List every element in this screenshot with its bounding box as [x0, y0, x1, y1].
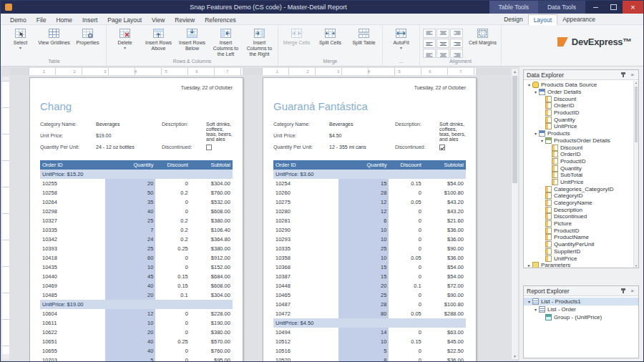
table-row[interactable]: 10335250$90.00	[273, 244, 466, 253]
table-row[interactable]: 10469400.15$608.00	[40, 281, 233, 290]
expand-toggle-icon[interactable]: ▾	[532, 307, 539, 312]
cell-margins-button[interactable]: Cell Margins	[466, 26, 499, 58]
ribbon-tab-references[interactable]: References	[200, 15, 240, 24]
tree-item-categoryname[interactable]: CategoryName	[524, 200, 638, 207]
horizontal-ruler[interactable]: 1234567 1234567	[10, 68, 510, 75]
tree-item-list-products1[interactable]: ▾List - Products1	[524, 298, 638, 305]
table-row[interactable]: 1052080$36.00	[273, 356, 466, 361]
maximize-icon[interactable]	[605, 1, 623, 14]
tree-item-productsorder-details[interactable]: ▾ProductsOrder Details	[524, 137, 638, 145]
tree-item-productid[interactable]: ProductID	[524, 227, 638, 234]
report-explorer-header[interactable]: Report Explorer	[524, 286, 638, 296]
tree-item-quantity[interactable]: Quantity	[524, 165, 638, 172]
delete-button[interactable]: Delete▾	[108, 26, 142, 58]
tree-item-products-data-source[interactable]: ▾Products Data Source	[524, 82, 638, 89]
align-middle-center-button[interactable]	[436, 39, 449, 48]
tree-item-products[interactable]: ▾Products	[524, 130, 638, 137]
table-row[interactable]: 10622200$380.00	[40, 328, 233, 337]
table-row[interactable]: 10393250.25$380.00	[40, 244, 233, 253]
table-row[interactable]: 10465250$90.00	[273, 290, 466, 300]
align-bottom-right-button[interactable]	[450, 49, 463, 58]
close-icon[interactable]	[629, 288, 635, 294]
tree-item-categories-categoryid[interactable]: Categories_CategoryID	[524, 185, 638, 192]
ribbon-tab-home[interactable]: Home	[51, 15, 77, 24]
minimize-icon[interactable]	[587, 1, 605, 14]
table-row[interactable]: 10358100.05$36.00	[273, 253, 466, 263]
tree-item-quantity[interactable]: Quantity	[524, 116, 638, 123]
expand-toggle-icon[interactable]: ▾	[526, 299, 532, 304]
ribbon-tab-demo[interactable]: Demo	[5, 15, 31, 24]
title-bar[interactable]: Snap Features Demo (CS code) - Master-De…	[1, 1, 643, 14]
table-row[interactable]: 10604120$228.00	[40, 309, 233, 318]
tree-item-order-details[interactable]: ▾Order Details	[524, 89, 638, 96]
insert-columns-to-the-right-button[interactable]: Insert Columns to the Right	[243, 26, 276, 58]
expand-toggle-icon[interactable]: ▾	[532, 131, 539, 136]
align-top-left-button[interactable]	[423, 29, 436, 38]
expand-toggle-icon[interactable]: ▾	[532, 89, 539, 94]
table-row[interactable]: 10472800.05$288.00	[273, 309, 466, 318]
close-icon[interactable]	[629, 72, 635, 78]
table-row[interactable]: 10494140$63.00	[273, 328, 466, 337]
expand-toggle-icon[interactable]: ▸	[526, 263, 532, 268]
table-row[interactable]: 10387150$54.00	[273, 272, 466, 281]
expand-toggle-icon[interactable]: ▾	[539, 138, 545, 143]
ribbon-tab-design[interactable]: Design	[499, 14, 527, 24]
table-row[interactable]: 10368150$54.00	[273, 263, 466, 272]
insert-columns-to-the-left-button[interactable]: Insert Columns to the Left	[209, 26, 243, 58]
align-bottom-center-button[interactable]	[436, 49, 449, 58]
ribbon-tab-file[interactable]: File	[31, 15, 52, 24]
autofit-button[interactable]: AutoFit▾	[384, 26, 418, 58]
pin-icon[interactable]	[620, 288, 626, 294]
tree-item-group-unitprice[interactable]: Group - (UnitPrice)	[524, 313, 638, 321]
split-cells-button[interactable]: Split Cells	[313, 26, 347, 58]
align-middle-left-button[interactable]	[423, 39, 436, 48]
tree-item-parameters[interactable]: ▸Parameters	[524, 262, 638, 268]
ribbon-tab-view[interactable]: View	[147, 15, 170, 24]
tree-item-list-order[interactable]: ▾List - Order	[524, 305, 638, 313]
table-row[interactable]: 1070350$95.00	[40, 356, 233, 361]
scrollbar-thumb[interactable]	[635, 87, 638, 142]
document-scrollbar[interactable]	[511, 68, 519, 360]
table-row[interactable]: 10264350$532.00	[40, 197, 233, 207]
table-row[interactable]: 10280120$43.20	[273, 207, 466, 216]
data-explorer-header[interactable]: Data Explorer	[524, 70, 638, 80]
table-row[interactable]: 10255200$304.00	[40, 179, 233, 188]
select-button[interactable]: Select▾	[4, 26, 37, 58]
table-row[interactable]: 10298400$608.00	[40, 207, 233, 216]
group-header-row[interactable]: UnitPrice: $4.50	[273, 318, 466, 328]
context-title-table-tools[interactable]: Table Tools	[489, 1, 538, 14]
group-header-row[interactable]: UnitPrice: $3.60	[273, 170, 466, 179]
vertical-ruler[interactable]	[2, 77, 9, 360]
table-row[interactable]: 1033570.2$106.40	[40, 225, 233, 235]
table-row[interactable]: 10342240.2$364.80	[40, 235, 233, 244]
table-row[interactable]: 10293100$36.00	[273, 235, 466, 244]
data-explorer-scrollbar[interactable]	[633, 81, 638, 268]
table-row[interactable]: 10448200.1$72.00	[273, 281, 466, 290]
pin-icon[interactable]	[620, 72, 626, 78]
tree-item-supplierid[interactable]: SupplierID	[524, 248, 638, 255]
tree-item-unitprice[interactable]: UnitPrice	[524, 179, 638, 186]
tree-item-discontinued[interactable]: Discontinued	[524, 213, 638, 220]
tree-item-subtotal[interactable]: SubTotal	[524, 172, 638, 179]
table-row[interactable]: 10327250.2$380.00	[40, 216, 233, 225]
table-row[interactable]: 10611100$190.00	[40, 318, 233, 328]
table-row[interactable]: 10485200.1$304.00	[40, 290, 233, 300]
tree-item-orderid[interactable]: OrderID	[524, 102, 638, 109]
tree-item-orderid[interactable]: OrderID	[524, 151, 638, 158]
ribbon-tab-page-layout[interactable]: Page Layout	[102, 15, 147, 24]
table-row[interactable]: 10258500.2$760.00	[40, 188, 233, 197]
tree-item-description[interactable]: Description	[524, 206, 638, 213]
tree-item-productid[interactable]: ProductID	[524, 158, 638, 165]
table-row[interactable]: 10418600$912.00	[40, 253, 233, 263]
table-row[interactable]: 10275120.05$43.20	[273, 197, 466, 207]
tree-item-productname[interactable]: ProductName	[524, 234, 638, 241]
split-table-button[interactable]: Split Table	[347, 26, 381, 58]
table-row[interactable]: 10655400$760.00	[40, 346, 233, 356]
table-row[interactable]: 10512100.15$45.00	[273, 337, 466, 346]
table-row[interactable]: 10435100$152.00	[40, 263, 233, 272]
ribbon-tab-insert[interactable]: Insert	[77, 15, 102, 24]
document-page-2[interactable]: Tuesday, 22 of October Guaraná Fantástic…	[263, 77, 477, 361]
document-page-1[interactable]: Tuesday, 22 of October Chang Category Na…	[29, 77, 243, 361]
table-row[interactable]: 1028160$21.60	[273, 216, 466, 225]
ribbon-tab-appearance[interactable]: Appearance	[557, 14, 600, 24]
